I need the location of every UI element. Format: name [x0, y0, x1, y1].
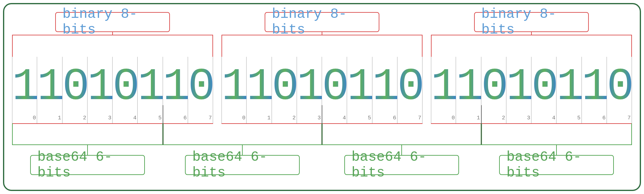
bit-index: 5 — [156, 115, 162, 121]
bit-index: 0 — [239, 115, 245, 121]
bit-index: 1 — [474, 115, 480, 121]
bit-value: 1 — [247, 61, 272, 113]
bit-index: 2 — [80, 115, 86, 121]
byte-bracket-side — [631, 35, 632, 57]
bit-value: 0 — [62, 61, 88, 113]
b64-bracket-side — [12, 123, 13, 145]
bit-index: 3 — [315, 115, 321, 121]
bit-value: 1 — [372, 61, 397, 113]
group-divider — [163, 105, 163, 144]
byte-label: binary 8-bits — [265, 12, 379, 32]
bit-index: 5 — [365, 115, 371, 121]
bit-index: 3 — [105, 115, 111, 121]
bit-value: 0 — [607, 61, 632, 113]
bit-index: 0 — [449, 115, 455, 121]
bit-index: 7 — [206, 115, 212, 121]
group-divider — [322, 105, 322, 144]
bit-index: 6 — [181, 115, 187, 121]
bit-index: 2 — [290, 115, 296, 121]
byte-label: binary 8-bits — [55, 12, 170, 32]
b64-bracket-side — [631, 123, 632, 145]
bit-value: 1 — [431, 61, 456, 113]
bit-index: 7 — [625, 115, 631, 121]
bit-index: 4 — [130, 115, 136, 121]
bit-value: 1 — [456, 61, 481, 113]
bit-value: 1 — [506, 61, 531, 113]
byte-bracket-side — [12, 35, 13, 57]
bit-index: 5 — [575, 115, 581, 121]
bit-value: 0 — [481, 61, 506, 113]
bit-value: 1 — [163, 61, 188, 113]
bit-value: 0 — [113, 61, 138, 113]
byte-label: binary 8-bits — [474, 12, 589, 32]
byte-bracket-side — [212, 35, 213, 57]
bit-value: 1 — [222, 61, 247, 113]
bit-index: 3 — [524, 115, 530, 121]
bit-index: 1 — [55, 115, 61, 121]
bit-value: 0 — [272, 61, 297, 113]
b64-label: base64 6-bits — [499, 155, 614, 175]
bit-value: 1 — [37, 61, 62, 113]
bit-value: 1 — [88, 61, 113, 113]
group-divider — [481, 105, 482, 144]
bit-index: 7 — [415, 115, 421, 121]
bit-value: 0 — [322, 61, 347, 113]
b64-label: base64 6-bits — [185, 155, 300, 175]
bit-index: 2 — [499, 115, 505, 121]
byte-bracket-side — [222, 35, 222, 57]
byte-bracket-side — [431, 35, 432, 57]
bit-value: 1 — [297, 61, 322, 113]
bit-value: 0 — [397, 61, 422, 113]
bit-value: 1 — [582, 61, 607, 113]
bit-value: 1 — [138, 61, 163, 113]
bit-index: 6 — [390, 115, 396, 121]
bit-value: 1 — [12, 61, 37, 113]
b64-label: base64 6-bits — [344, 155, 459, 175]
b64-label: base64 6-bits — [30, 155, 145, 175]
bit-value: 1 — [347, 61, 372, 113]
bit-index: 4 — [340, 115, 346, 121]
bit-index: 1 — [265, 115, 271, 121]
bit-index: 0 — [30, 115, 36, 121]
byte-baseline — [12, 123, 213, 124]
bit-value: 0 — [188, 61, 213, 113]
bit-value: 0 — [531, 61, 556, 113]
byte-baseline — [431, 123, 632, 124]
bit-value: 1 — [556, 61, 582, 113]
bit-index: 6 — [600, 115, 606, 121]
byte-bracket-side — [422, 35, 422, 57]
bit-index: 4 — [549, 115, 555, 121]
